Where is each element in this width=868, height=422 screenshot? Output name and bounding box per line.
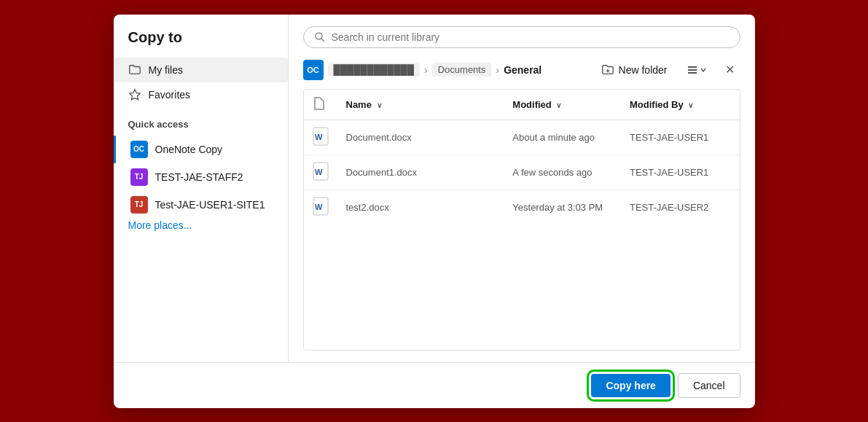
right-panel: OC ████████████ › Documents › General Ne…	[289, 15, 755, 362]
modifiedby-sort-arrow: ∨	[688, 101, 693, 109]
chevron-down-icon	[700, 66, 707, 74]
staff2-label: TEST-JAE-STAFF2	[155, 171, 243, 183]
copy-to-dialog: Copy to My files Favorites Quick access …	[114, 15, 755, 408]
new-folder-label: New folder	[619, 64, 668, 76]
svg-line-1	[321, 39, 324, 42]
search-input[interactable]	[332, 31, 730, 43]
word-icon: W	[313, 162, 329, 181]
col-header-modified[interactable]: Modified ∨	[504, 90, 621, 120]
new-folder-button[interactable]: New folder	[595, 60, 673, 79]
file-header-icon	[313, 97, 324, 110]
file-modifiedby-2: TEST-JAE-USER1	[621, 155, 740, 189]
file-modified-2: A few seconds ago	[504, 155, 621, 189]
avatar-site1: TJ	[130, 196, 148, 214]
file-icon-cell: W	[304, 189, 337, 224]
name-sort-arrow: ∨	[377, 101, 382, 109]
quick-access-staff2[interactable]: TJ TEST-JAE-STAFF2	[114, 163, 288, 191]
breadcrumb-current: General	[504, 64, 541, 76]
svg-text:W: W	[315, 168, 323, 176]
breadcrumb-user[interactable]: ████████████	[328, 63, 421, 77]
breadcrumb-avatar: OC	[303, 60, 324, 80]
file-table-container: Name ∨ Modified ∨ Modified By ∨	[303, 89, 740, 351]
onenote-label: OneNote Copy	[155, 144, 223, 155]
folder-icon	[128, 63, 141, 77]
col-header-icon	[304, 90, 337, 120]
file-name-3: test2.docx	[337, 189, 504, 224]
table-row[interactable]: W test2.docx Yesterday at 3:03 PM TEST-J…	[304, 189, 740, 224]
file-modifiedby-3: TEST-JAE-USER2	[621, 189, 740, 224]
file-modifiedby-1: TEST-JAE-USER1	[621, 120, 740, 155]
breadcrumb-sep2: ›	[496, 64, 499, 76]
nav-my-files[interactable]: My files	[114, 58, 288, 82]
svg-text:W: W	[315, 203, 323, 211]
col-header-modifiedby[interactable]: Modified By ∨	[621, 90, 740, 120]
more-places-link[interactable]: More places...	[114, 212, 207, 238]
star-icon	[128, 88, 141, 101]
file-modified-3: Yesterday at 3:03 PM	[504, 189, 621, 224]
table-row[interactable]: W Document.docx About a minute ago TEST-…	[304, 120, 740, 155]
my-files-label: My files	[149, 64, 183, 76]
favorites-label: Favorites	[149, 89, 191, 101]
modified-sort-arrow: ∨	[556, 101, 561, 109]
quick-access-onenote[interactable]: OC OneNote Copy	[114, 136, 288, 163]
new-folder-icon	[601, 63, 614, 77]
dialog-footer: Copy here Cancel	[114, 362, 755, 408]
table-row[interactable]: W Document1.docx A few seconds ago TEST-…	[304, 155, 740, 189]
file-modified-1: About a minute ago	[504, 120, 621, 155]
nav-favorites[interactable]: Favorites	[114, 82, 288, 107]
word-icon: W	[313, 127, 329, 146]
breadcrumb-bar: OC ████████████ › Documents › General Ne…	[303, 60, 740, 80]
site1-label: Test-JAE-USER1-SITE1	[155, 199, 265, 211]
file-icon-cell: W	[304, 120, 337, 155]
svg-rect-4	[688, 66, 697, 68]
file-table: Name ∨ Modified ∨ Modified By ∨	[304, 90, 740, 224]
cancel-button[interactable]: Cancel	[678, 373, 740, 398]
breadcrumb-sep1: ›	[424, 64, 428, 76]
word-icon: W	[313, 197, 329, 216]
copy-here-button[interactable]: Copy here	[591, 374, 670, 397]
close-button[interactable]: ✕	[720, 60, 740, 80]
col-header-name[interactable]: Name ∨	[337, 90, 504, 120]
svg-rect-6	[688, 72, 697, 74]
svg-point-0	[316, 33, 322, 39]
quick-access-label: Quick access	[114, 107, 288, 136]
dialog-title: Copy to	[114, 29, 288, 58]
svg-rect-5	[688, 69, 697, 71]
search-bar	[303, 26, 740, 48]
file-icon-cell: W	[304, 155, 337, 189]
avatar-staff2: TJ	[130, 168, 148, 186]
left-panel: Copy to My files Favorites Quick access …	[114, 15, 289, 362]
search-icon	[314, 31, 326, 43]
breadcrumb-actions: New folder ✕	[595, 60, 740, 80]
view-icon	[687, 64, 698, 76]
avatar-onenote: OC	[130, 141, 148, 158]
file-name-2: Document1.docx	[337, 155, 504, 189]
view-options-button[interactable]	[682, 61, 711, 79]
file-name-1: Document.docx	[337, 120, 504, 155]
breadcrumb-documents[interactable]: Documents	[432, 63, 492, 77]
svg-text:W: W	[315, 133, 323, 141]
